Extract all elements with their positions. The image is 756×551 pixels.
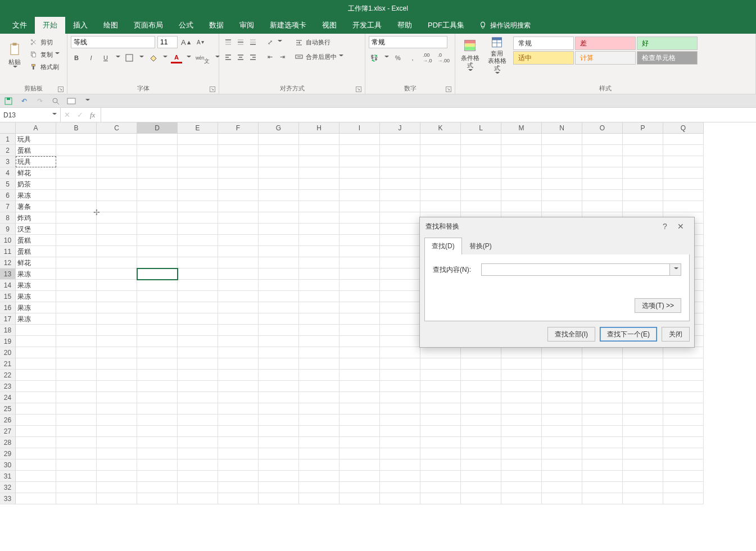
cell[interactable] — [501, 415, 542, 426]
column-header[interactable]: L — [461, 122, 501, 134]
cell[interactable]: 薯条 — [16, 201, 56, 212]
cell[interactable] — [380, 156, 420, 167]
cell[interactable] — [97, 201, 137, 212]
cell[interactable] — [623, 381, 663, 392]
cell[interactable] — [56, 347, 97, 358]
cell[interactable] — [56, 257, 97, 268]
cell[interactable] — [218, 201, 259, 212]
cell[interactable] — [178, 190, 218, 201]
cell[interactable] — [582, 415, 623, 426]
cell[interactable] — [97, 145, 137, 156]
phonetic-button[interactable]: wén文 — [194, 52, 211, 63]
cell[interactable] — [663, 370, 704, 381]
cell[interactable] — [97, 179, 137, 190]
row-header[interactable]: 10 — [0, 235, 16, 246]
cell[interactable] — [380, 212, 420, 224]
cell[interactable] — [97, 268, 137, 280]
cell[interactable] — [178, 415, 218, 426]
cell[interactable] — [582, 459, 623, 471]
cell[interactable] — [259, 336, 299, 347]
cell[interactable] — [259, 302, 299, 313]
cell[interactable] — [97, 426, 137, 437]
cell[interactable] — [259, 403, 299, 415]
cell[interactable] — [501, 381, 542, 392]
cell[interactable] — [178, 482, 218, 493]
cell[interactable] — [339, 370, 380, 381]
cell[interactable] — [259, 471, 299, 482]
cell[interactable] — [137, 179, 178, 190]
cell[interactable] — [623, 167, 663, 179]
row-header[interactable]: 6 — [0, 190, 16, 201]
cell[interactable] — [299, 459, 339, 471]
cell[interactable] — [380, 392, 420, 403]
column-header[interactable]: E — [178, 122, 218, 134]
font-name-combo[interactable] — [71, 36, 155, 48]
cell[interactable] — [218, 179, 259, 190]
cell[interactable] — [299, 224, 339, 235]
column-header[interactable]: B — [56, 122, 97, 134]
cell[interactable] — [178, 224, 218, 235]
cell[interactable] — [663, 347, 704, 358]
cell[interactable] — [97, 235, 137, 246]
cell[interactable] — [380, 358, 420, 370]
row-header[interactable]: 14 — [0, 280, 16, 291]
cell[interactable] — [663, 190, 704, 201]
cell[interactable] — [380, 280, 420, 291]
cell[interactable] — [218, 358, 259, 370]
cell[interactable] — [542, 482, 582, 493]
cell[interactable] — [16, 482, 56, 493]
align-top-button[interactable] — [223, 37, 234, 48]
cell[interactable] — [178, 358, 218, 370]
cell[interactable] — [380, 291, 420, 302]
style-good[interactable]: 好 — [637, 37, 698, 50]
cell[interactable] — [178, 257, 218, 268]
cell[interactable] — [137, 302, 178, 313]
cell[interactable] — [97, 358, 137, 370]
tab-data[interactable]: 数据 — [201, 17, 232, 34]
cell[interactable] — [420, 347, 461, 358]
dialog-close-button[interactable]: ✕ — [673, 222, 689, 231]
cell[interactable] — [56, 358, 97, 370]
tab-file[interactable]: 文件 — [4, 17, 35, 34]
column-header[interactable]: P — [623, 122, 663, 134]
cell[interactable] — [299, 448, 339, 459]
cell[interactable] — [218, 212, 259, 224]
cell[interactable] — [501, 167, 542, 179]
cell[interactable] — [299, 381, 339, 392]
cell[interactable] — [623, 392, 663, 403]
cell[interactable] — [582, 381, 623, 392]
style-check[interactable]: 检查单元格 — [637, 51, 698, 65]
cell[interactable] — [259, 493, 299, 504]
row-header[interactable]: 20 — [0, 347, 16, 358]
cell[interactable] — [218, 134, 259, 145]
cell[interactable] — [178, 448, 218, 459]
cell[interactable] — [178, 280, 218, 291]
merge-center-button[interactable]: 合并后居中 — [293, 51, 343, 63]
cell[interactable] — [56, 448, 97, 459]
cell[interactable] — [380, 134, 420, 145]
cell[interactable] — [259, 426, 299, 437]
cell[interactable] — [178, 325, 218, 336]
cell[interactable] — [299, 280, 339, 291]
cell[interactable] — [56, 167, 97, 179]
cell[interactable] — [542, 145, 582, 156]
cut-button[interactable] — [28, 37, 39, 48]
cell[interactable] — [380, 235, 420, 246]
dialog-titlebar[interactable]: 查找和替换 ? ✕ — [420, 217, 694, 235]
cell[interactable] — [218, 156, 259, 167]
cell[interactable] — [178, 201, 218, 212]
cell[interactable] — [299, 426, 339, 437]
cell[interactable]: 玩具 — [16, 156, 56, 167]
cell[interactable] — [380, 246, 420, 257]
cell[interactable] — [380, 167, 420, 179]
cell[interactable] — [97, 392, 137, 403]
cell[interactable] — [56, 134, 97, 145]
cell[interactable] — [339, 257, 380, 268]
cell[interactable] — [420, 392, 461, 403]
cell[interactable] — [137, 493, 178, 504]
cell[interactable] — [542, 471, 582, 482]
cell[interactable] — [420, 145, 461, 156]
cell[interactable] — [501, 201, 542, 212]
cell[interactable] — [137, 448, 178, 459]
cell[interactable] — [542, 167, 582, 179]
